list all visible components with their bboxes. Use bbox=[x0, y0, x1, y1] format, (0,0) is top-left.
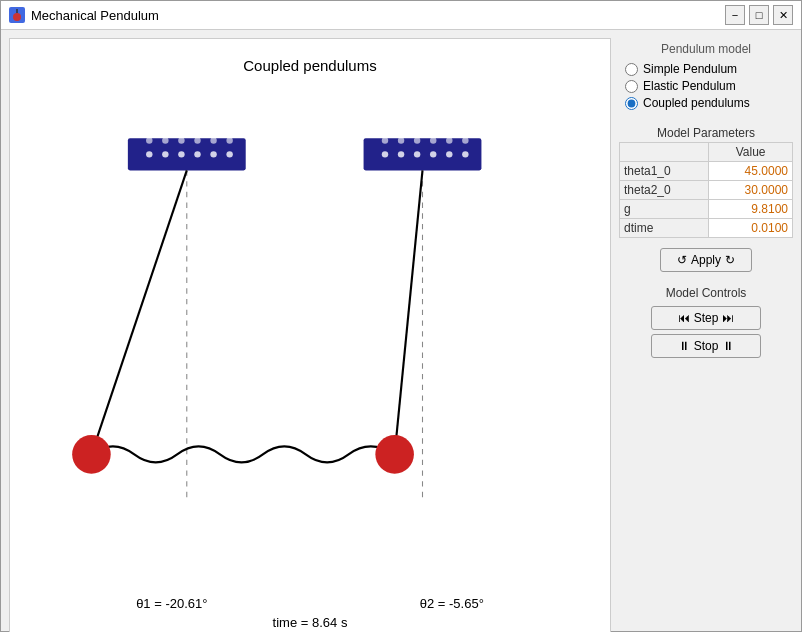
param-dtime-label: dtime bbox=[620, 219, 709, 238]
svg-point-18 bbox=[414, 151, 420, 157]
table-row: theta2_0 30.0000 bbox=[620, 181, 793, 200]
apply-icon: ↺ bbox=[677, 253, 687, 267]
param-theta1-value[interactable]: 45.0000 bbox=[709, 162, 793, 181]
time-label: time = 8.64 s bbox=[273, 615, 348, 632]
svg-point-20 bbox=[446, 151, 452, 157]
svg-point-24 bbox=[414, 137, 420, 143]
step-icon-left: ⏮ bbox=[678, 311, 690, 325]
svg-point-9 bbox=[146, 137, 152, 143]
svg-point-7 bbox=[210, 151, 216, 157]
svg-line-30 bbox=[91, 170, 186, 454]
radio-coupled-pendulum[interactable]: Coupled pendulums bbox=[625, 96, 787, 110]
step-button[interactable]: ⏮ Step ⏭ bbox=[651, 306, 761, 330]
angle-labels: θ1 = -20.61° θ2 = -5.65° bbox=[10, 588, 610, 615]
svg-point-3 bbox=[146, 151, 152, 157]
svg-point-5 bbox=[178, 151, 184, 157]
main-window: Mechanical Pendulum − □ ✕ Coupled pendul… bbox=[0, 0, 802, 632]
controls-title: Model Controls bbox=[619, 282, 793, 302]
svg-point-21 bbox=[462, 151, 468, 157]
radio-coupled-label: Coupled pendulums bbox=[643, 96, 750, 110]
svg-point-13 bbox=[210, 137, 216, 143]
param-g-value[interactable]: 9.8100 bbox=[709, 200, 793, 219]
app-icon bbox=[9, 7, 25, 23]
model-section: Pendulum model Simple Pendulum Elastic P… bbox=[619, 38, 793, 116]
window-title: Mechanical Pendulum bbox=[31, 8, 725, 23]
svg-point-25 bbox=[430, 137, 436, 143]
svg-point-22 bbox=[382, 137, 388, 143]
canvas-title: Coupled pendulums bbox=[243, 57, 376, 74]
svg-point-6 bbox=[194, 151, 200, 157]
params-table: Value theta1_0 45.0000 theta2_0 30.0000 bbox=[619, 142, 793, 238]
col-label-header bbox=[620, 143, 709, 162]
param-theta2-value[interactable]: 30.0000 bbox=[709, 181, 793, 200]
apply-button[interactable]: ↺ Apply ↻ bbox=[660, 248, 752, 272]
svg-point-12 bbox=[194, 137, 200, 143]
param-theta2-label: theta2_0 bbox=[620, 181, 709, 200]
minimize-button[interactable]: − bbox=[725, 5, 745, 25]
step-label: Step bbox=[694, 311, 719, 325]
apply-icon-right: ↻ bbox=[725, 253, 735, 267]
pendulum-model-title: Pendulum model bbox=[619, 38, 793, 56]
radio-simple-label: Simple Pendulum bbox=[643, 62, 737, 76]
svg-point-26 bbox=[446, 137, 452, 143]
content-area: Coupled pendulums bbox=[1, 30, 801, 632]
svg-point-11 bbox=[178, 137, 184, 143]
params-section: Model Parameters Value theta1_0 45.0000 bbox=[619, 122, 793, 238]
svg-point-33 bbox=[375, 435, 414, 474]
svg-point-0 bbox=[13, 13, 21, 21]
col-value-header: Value bbox=[709, 143, 793, 162]
svg-point-23 bbox=[398, 137, 404, 143]
svg-point-27 bbox=[462, 137, 468, 143]
svg-point-10 bbox=[162, 137, 168, 143]
stop-button[interactable]: ⏸ Stop ⏸ bbox=[651, 334, 761, 358]
stop-icon-left: ⏸ bbox=[678, 339, 690, 353]
stop-icon-right: ⏸ bbox=[722, 339, 734, 353]
svg-line-31 bbox=[395, 170, 423, 454]
pendulum-radio-group: Simple Pendulum Elastic Pendulum Coupled… bbox=[619, 60, 793, 116]
table-row: theta1_0 45.0000 bbox=[620, 162, 793, 181]
svg-point-16 bbox=[382, 151, 388, 157]
window-controls: − □ ✕ bbox=[725, 5, 793, 25]
radio-simple-input[interactable] bbox=[625, 63, 638, 76]
controls-section: Model Controls ⏮ Step ⏭ ⏸ Stop ⏸ bbox=[619, 282, 793, 362]
title-bar: Mechanical Pendulum − □ ✕ bbox=[1, 1, 801, 30]
radio-coupled-input[interactable] bbox=[625, 97, 638, 110]
table-row: g 9.8100 bbox=[620, 200, 793, 219]
svg-point-32 bbox=[72, 435, 111, 474]
canvas-panel: Coupled pendulums bbox=[9, 38, 611, 632]
param-g-label: g bbox=[620, 200, 709, 219]
radio-elastic-input[interactable] bbox=[625, 80, 638, 93]
radio-elastic-label: Elastic Pendulum bbox=[643, 79, 736, 93]
params-title: Model Parameters bbox=[619, 122, 793, 142]
svg-point-19 bbox=[430, 151, 436, 157]
radio-simple-pendulum[interactable]: Simple Pendulum bbox=[625, 62, 787, 76]
svg-point-14 bbox=[226, 137, 232, 143]
theta2-label: θ2 = -5.65° bbox=[420, 596, 484, 611]
right-panel: Pendulum model Simple Pendulum Elastic P… bbox=[611, 30, 801, 632]
apply-label: Apply bbox=[691, 253, 721, 267]
radio-elastic-pendulum[interactable]: Elastic Pendulum bbox=[625, 79, 787, 93]
svg-point-4 bbox=[162, 151, 168, 157]
param-theta1-label: theta1_0 bbox=[620, 162, 709, 181]
svg-point-17 bbox=[398, 151, 404, 157]
table-row: dtime 0.0100 bbox=[620, 219, 793, 238]
controls-buttons: ⏮ Step ⏭ ⏸ Stop ⏸ bbox=[619, 302, 793, 362]
pendulum-diagram bbox=[10, 74, 610, 588]
param-dtime-value[interactable]: 0.0100 bbox=[709, 219, 793, 238]
step-icon-right: ⏭ bbox=[722, 311, 734, 325]
maximize-button[interactable]: □ bbox=[749, 5, 769, 25]
stop-label: Stop bbox=[694, 339, 719, 353]
svg-point-8 bbox=[226, 151, 232, 157]
theta1-label: θ1 = -20.61° bbox=[136, 596, 207, 611]
close-button[interactable]: ✕ bbox=[773, 5, 793, 25]
